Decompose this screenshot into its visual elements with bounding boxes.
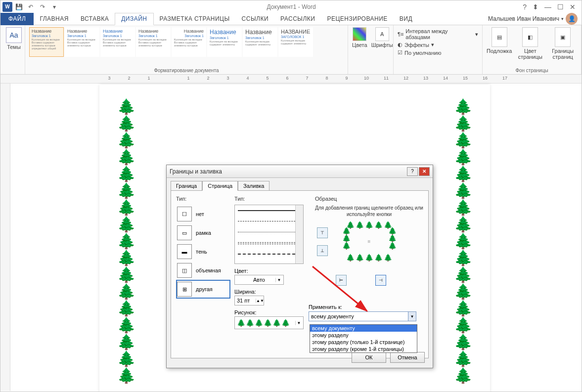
undo-button[interactable]: ↶	[25, 1, 36, 12]
type-box[interactable]: ▭рамка	[176, 223, 230, 242]
tab-design[interactable]: ДИЗАЙН	[115, 13, 153, 25]
preview-top-btn[interactable]: ⊤	[317, 227, 328, 238]
style-listbox[interactable]	[234, 205, 304, 264]
ribbon-tabs: ФАЙЛ ГЛАВНАЯ ВСТАВКА ДИЗАЙН РАЗМЕТКА СТР…	[0, 13, 582, 25]
preview-sample[interactable]: 🌲🌲🌲🌲🌲 🌲🌲🌲🌲🌲 🌲🌲🌲 🌲🌲🌲 ≡	[342, 221, 397, 261]
paragraph-spacing[interactable]: ¶≡ Интервал между абзацами ▾	[398, 28, 478, 40]
document-title: Документ1 - Word	[60, 3, 523, 10]
style-item[interactable]: НазваниеЗаголовок 1Коллекция на вкладке …	[100, 27, 135, 57]
word-icon: W	[2, 2, 12, 12]
border-left: 🌲🌲🌲🌲🌲🌲🌲🌲🌲🌲🌲🌲🌲🌲🌲🌲🌲	[117, 99, 135, 383]
tab-mailings[interactable]: РАССЫЛКИ	[274, 13, 321, 25]
type-shadow[interactable]: ▬тень	[176, 242, 230, 261]
preview-left-btn[interactable]: ⊢	[336, 275, 347, 286]
borders-shading-dialog: Границы и заливка ? ✕ Граница Страница З…	[166, 165, 433, 368]
apply-to-select[interactable]: всему документу▼	[309, 311, 416, 321]
width-input[interactable]: 31 пт▲▼	[234, 296, 264, 305]
effects-button[interactable]: ◐ Эффекты ▾	[398, 42, 478, 48]
tab-layout[interactable]: РАЗМЕТКА СТРАНИЦЫ	[154, 13, 236, 25]
close-button[interactable]: ✕	[570, 3, 576, 11]
dialog-tab-shading[interactable]: Заливка	[238, 181, 269, 191]
type-none[interactable]: ☐нет	[176, 205, 230, 223]
ok-button[interactable]: ОК	[352, 352, 386, 363]
color-select[interactable]: Авто▼	[234, 275, 284, 285]
style-item[interactable]: НазваниеЗаголовок 1Коллекция вкладке сод…	[243, 27, 277, 57]
style-item[interactable]: НазваниеЗаголовок 1Коллекция на вкладке …	[136, 27, 171, 57]
tab-view[interactable]: ВИД	[394, 13, 418, 25]
type-3d[interactable]: ◫объемная	[176, 261, 230, 280]
apply-option[interactable]: этому разделу	[310, 332, 417, 339]
maximize-button[interactable]: ☐	[557, 3, 564, 11]
style-item[interactable]: НазваниеЗаголовок 1Коллекция на вкладке …	[207, 27, 242, 57]
page-color-button[interactable]: ◧Цвет страницы	[518, 27, 542, 60]
style-item[interactable]: НАЗВАНИЕЗАГОЛОВОК 1Коллекция вкладке сод…	[278, 27, 313, 57]
tab-references[interactable]: ССЫЛКИ	[236, 13, 274, 25]
ribbon-options[interactable]: ⬍	[533, 3, 538, 11]
set-default[interactable]: ☑ По умолчанию	[398, 49, 478, 56]
cancel-button[interactable]: Отмена	[390, 352, 425, 363]
dialog-tab-border[interactable]: Граница	[171, 181, 202, 191]
style-item[interactable]: НазваниеЗаголовок 1Коллекция на вкладке …	[65, 27, 99, 57]
scrollbar[interactable]	[295, 205, 303, 263]
dialog-titlebar[interactable]: Границы и заливка ? ✕	[167, 165, 433, 178]
dialog-tab-page[interactable]: Страница	[202, 181, 238, 191]
style-gallery[interactable]: НазваниеЗаголовок 1Коллекция на вкладке …	[29, 27, 344, 62]
qat-customize[interactable]: ▾	[49, 1, 60, 12]
save-button[interactable]: 💾	[13, 1, 24, 12]
minimize-button[interactable]: —	[544, 3, 551, 11]
preview-right-btn[interactable]: ⊣	[375, 275, 386, 286]
picture-select[interactable]: 🌲🌲🌲🌲🌲🌲 ▼	[234, 316, 304, 329]
colors-button[interactable]: Цвета	[352, 27, 367, 48]
ruler-vertical[interactable]	[0, 84, 10, 391]
style-item[interactable]: НазваниеЗаголовок 1Коллекция на вкладке …	[172, 27, 206, 57]
tab-file[interactable]: ФАЙЛ	[0, 13, 34, 25]
preview-bottom-btn[interactable]: ⊥	[317, 245, 328, 256]
avatar: 👤	[566, 13, 578, 25]
apply-option[interactable]: этому разделу (только 1-й странице)	[310, 339, 417, 346]
redo-button[interactable]: ↷	[37, 1, 48, 12]
dialog-close[interactable]: ✕	[419, 167, 430, 176]
ruler-horizontal[interactable]: 3211234567891011121314151617	[0, 75, 582, 84]
apply-to-dropdown[interactable]: всему документу этому разделу этому разд…	[310, 324, 417, 353]
tab-home[interactable]: ГЛАВНАЯ	[34, 13, 75, 25]
tab-review[interactable]: РЕЦЕНЗИРОВАНИЕ	[321, 13, 393, 25]
ribbon: Aа Темы НазваниеЗаголовок 1Коллекция на …	[0, 25, 582, 75]
fonts-button[interactable]: АШрифты	[371, 27, 393, 48]
help-button[interactable]: ?	[523, 3, 527, 11]
dialog-help[interactable]: ?	[407, 167, 418, 176]
themes-button[interactable]: Aа Темы	[4, 27, 23, 50]
apply-option[interactable]: всему документу	[310, 325, 417, 332]
title-bar: W 💾 ↶ ↷ ▾ Документ1 - Word ? ⬍ — ☐ ✕	[0, 0, 582, 13]
watermark-button[interactable]: ▤Подложка	[487, 27, 512, 60]
style-item[interactable]: НазваниеЗаголовок 1Коллекция на вкладке …	[29, 27, 64, 57]
user-account[interactable]: Малышев Иван Иванович ▾ 👤	[488, 13, 582, 25]
page-borders-button[interactable]: ▣Границы страниц	[548, 27, 577, 60]
apply-option[interactable]: этому разделу (кроме 1-й страницы)	[310, 346, 417, 352]
border-right: 🌲🌲🌲🌲🌲🌲🌲🌲🌲🌲🌲🌲🌲🌲🌲🌲🌲	[454, 99, 472, 383]
tab-insert[interactable]: ВСТАВКА	[75, 13, 115, 25]
type-custom[interactable]: ⊞другая	[176, 280, 230, 299]
